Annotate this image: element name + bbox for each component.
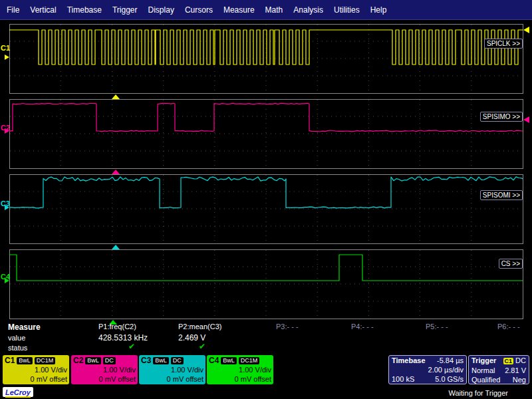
waveform-display-area	[0, 0, 532, 399]
volts-per-div: 1.00 V/div	[73, 365, 136, 374]
channel-descriptor-c1[interactable]: C1BwLDC1M1.00 V/div0 mV offset	[3, 355, 69, 384]
channel-indicator-c2[interactable]: C2	[1, 124, 10, 132]
trigger-mode: Normal	[471, 366, 495, 375]
menu-trigger[interactable]: Trigger	[107, 5, 143, 15]
offset-value: 0 mV offset	[141, 374, 203, 384]
status-ok-icon: ✔	[199, 342, 205, 351]
trigger-panel[interactable]: Trigger C1DC Normal 2.81 V Qualified Neg	[468, 355, 529, 384]
scope-screen: FileVerticalTimebaseTriggerDisplayCursor…	[0, 0, 532, 399]
measure-value-p2: 2.469 V	[178, 333, 205, 342]
timebase-sample-rate: 5.0 GS/s	[435, 374, 464, 384]
coupling-badge: BwL	[153, 357, 169, 364]
coupling-badge: DC1M	[35, 357, 56, 364]
trigger-source-badge: C1	[503, 358, 514, 364]
timebase-per-div: 2.00 µs/div	[428, 365, 464, 374]
trigger-status-text: Waiting for Trigger	[449, 389, 508, 397]
menu-bar: FileVerticalTimebaseTriggerDisplayCursor…	[0, 0, 532, 20]
menu-vertical[interactable]: Vertical	[25, 5, 61, 15]
coupling-badge: BwL	[221, 357, 237, 364]
trigger-time-marker-icon[interactable]	[112, 170, 120, 174]
timebase-title: Timebase	[392, 356, 426, 365]
channel-zero-marker-icon	[5, 55, 9, 60]
measure-title: Measure	[8, 323, 41, 332]
measure-param-p5[interactable]: P5:- - -	[426, 323, 448, 331]
timebase-delay: -5.84 µs	[437, 356, 464, 365]
trace-label-spiclk[interactable]: SPICLK >>	[484, 39, 523, 49]
measure-param-p2[interactable]: P2:mean(C3)	[178, 323, 221, 331]
volts-per-div: 1.00 V/div	[141, 365, 203, 374]
trace-label-cs[interactable]: CS >>	[499, 259, 523, 269]
trigger-time-marker-icon[interactable]	[112, 245, 120, 249]
measure-param-p3[interactable]: P3:- - -	[276, 323, 299, 331]
measure-param-p4[interactable]: P4:- - -	[351, 323, 374, 331]
trigger-level-marker-icon[interactable]	[523, 27, 529, 33]
trigger-coupling: DC	[515, 356, 526, 364]
channel-descriptor-c4[interactable]: C4BwLDC1M1.00 V/div0 mV offset	[207, 355, 273, 384]
measure-param-p1[interactable]: P1:freq(C2)	[98, 323, 136, 331]
offset-value: 0 mV offset	[209, 374, 271, 384]
menu-analysis[interactable]: Analysis	[288, 5, 329, 15]
measure-status-row-label: status	[8, 344, 27, 352]
coupling-badge: DC	[103, 357, 116, 364]
menu-utilities[interactable]: Utilities	[329, 5, 365, 15]
coupling-badge: BwL	[85, 357, 101, 364]
menu-timebase[interactable]: Timebase	[62, 5, 107, 15]
channel-descriptor-title: C3	[141, 356, 151, 365]
menu-display[interactable]: Display	[143, 5, 180, 15]
status-ok-icon: ✔	[128, 342, 135, 351]
trigger-title: Trigger	[471, 356, 496, 366]
coupling-badge: BwL	[17, 357, 33, 364]
trace-label-spisomi[interactable]: SPISOMI >>	[480, 190, 523, 200]
channel-indicator-c1[interactable]: C1	[1, 44, 10, 52]
coupling-badge: DC1M	[239, 357, 260, 364]
offset-value: 0 mV offset	[73, 374, 136, 384]
volts-per-div: 1.00 V/div	[5, 365, 67, 374]
lecroy-logo: LeCroy	[3, 387, 33, 397]
trigger-level-marker-icon[interactable]	[523, 116, 529, 123]
channel-indicator-c4[interactable]: C4	[1, 273, 10, 281]
measure-param-p6[interactable]: P6:- - -	[497, 323, 520, 331]
menu-help[interactable]: Help	[365, 5, 392, 15]
waveform-c2[interactable]	[9, 103, 523, 132]
trigger-slope: Neg	[513, 375, 526, 384]
volts-per-div: 1.00 V/div	[209, 365, 271, 374]
measure-value-row-label: value	[8, 334, 25, 342]
channel-descriptor-title: C1	[5, 356, 15, 365]
menu-file[interactable]: File	[1, 5, 25, 15]
trigger-type: Qualified	[471, 375, 500, 384]
menu-measure[interactable]: Measure	[218, 5, 260, 15]
offset-value: 0 mV offset	[5, 374, 67, 384]
timebase-samples: 100 kS	[392, 374, 414, 384]
trigger-time-marker-icon[interactable]	[112, 94, 120, 99]
waveform-c1[interactable]	[9, 30, 523, 65]
trigger-source-group: C1DC	[503, 356, 526, 366]
measure-value-p1: 428.5313 kHz	[98, 333, 148, 342]
trigger-level: 2.81 V	[505, 366, 526, 375]
waveform-c4[interactable]	[9, 255, 523, 281]
menu-cursors[interactable]: Cursors	[180, 5, 218, 15]
lecroy-logo-text: LeCroy	[5, 388, 31, 398]
channel-indicator-c3[interactable]: C3	[1, 200, 10, 207]
trace-label-spisimo[interactable]: SPISIMO >>	[480, 112, 523, 122]
channel-descriptor-c3[interactable]: C3BwLDC1.00 V/div0 mV offset	[139, 355, 205, 384]
coupling-badge: DC	[171, 357, 184, 364]
channel-descriptor-title: C4	[209, 356, 219, 365]
channel-descriptor-title: C2	[73, 356, 83, 365]
channel-descriptor-c2[interactable]: C2BwLDC1.00 V/div0 mV offset	[71, 355, 138, 384]
menu-math[interactable]: Math	[260, 5, 289, 15]
timebase-panel[interactable]: Timebase -5.84 µs 2.00 µs/div 100 kS 5.0…	[388, 355, 467, 384]
